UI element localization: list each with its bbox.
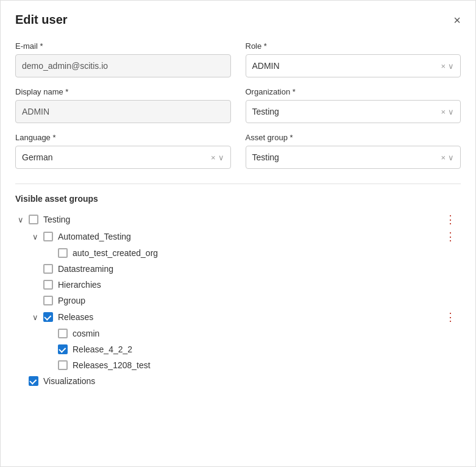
role-value: ADMIN [252, 61, 441, 71]
item-label: Releases [58, 312, 93, 322]
asset-group-clear-icon[interactable]: × [441, 153, 446, 162]
checkbox[interactable] [43, 280, 53, 290]
item-label: Testing [43, 215, 70, 224]
form-grid: E-mail * Role * ADMIN × ∨ Display name *… [15, 41, 461, 169]
chevron-down-icon[interactable]: ∨ [15, 214, 26, 225]
list-item: auto_test_created_org [15, 245, 461, 261]
visible-asset-groups-section: Visible asset groups ∨Testing⋮∨Automated… [15, 194, 461, 389]
list-item: ∨Automated_Testing⋮ [15, 228, 461, 245]
section-divider [15, 184, 461, 184]
checkbox[interactable] [43, 264, 53, 274]
language-value: German [22, 152, 211, 162]
more-options-icon[interactable]: ⋮ [442, 310, 458, 324]
checkbox[interactable] [29, 376, 38, 386]
organization-clear-icon[interactable]: × [441, 107, 446, 116]
email-field[interactable] [15, 54, 231, 77]
close-button[interactable]: × [453, 14, 461, 26]
item-label: auto_test_created_org [73, 248, 158, 258]
display-name-field[interactable] [15, 100, 231, 123]
list-item: Visualizations [15, 373, 461, 389]
list-item: Pgroup [15, 293, 461, 308]
asset-group-select[interactable]: Testing × ∨ [246, 146, 461, 169]
chevron-down-icon[interactable]: ∨ [30, 312, 41, 323]
role-select[interactable]: ADMIN × ∨ [246, 54, 461, 77]
language-chevron-icon: ∨ [218, 153, 224, 162]
role-clear-icon[interactable]: × [441, 62, 446, 71]
item-label: Hierarchies [58, 280, 101, 290]
edit-user-modal: Edit user × E-mail * Role * ADMIN × ∨ Di… [0, 0, 476, 467]
language-clear-icon[interactable]: × [211, 153, 216, 162]
organization-select[interactable]: Testing × ∨ [246, 100, 461, 123]
asset-groups-tree: ∨Testing⋮∨Automated_Testing⋮auto_test_cr… [15, 211, 461, 389]
organization-label: Organization * [246, 87, 461, 96]
checkbox[interactable] [58, 344, 68, 354]
item-label: Release_4_2_2 [73, 344, 132, 354]
email-group: E-mail * [15, 41, 231, 77]
list-item: cosmin [15, 326, 461, 341]
asset-group-chevron-icon: ∨ [448, 153, 454, 162]
list-item: Datastreaming [15, 261, 461, 277]
organization-chevron-icon: ∨ [448, 107, 454, 116]
asset-group-value: Testing [252, 152, 441, 162]
checkbox[interactable] [43, 312, 53, 322]
checkbox[interactable] [58, 248, 68, 258]
language-group: Language * German × ∨ [15, 133, 231, 169]
checkbox[interactable] [58, 360, 68, 370]
more-options-icon[interactable]: ⋮ [442, 230, 458, 243]
checkbox[interactable] [43, 296, 53, 305]
role-group: Role * ADMIN × ∨ [246, 41, 461, 77]
checkbox[interactable] [58, 329, 68, 338]
asset-group-group: Asset group * Testing × ∨ [246, 133, 461, 169]
modal-header: Edit user × [15, 13, 461, 27]
list-item: ∨Releases⋮ [15, 308, 461, 326]
checkbox[interactable] [29, 215, 38, 224]
item-label: Visualizations [43, 376, 95, 386]
item-label: cosmin [73, 329, 99, 338]
language-label: Language * [15, 133, 231, 142]
list-item: Release_4_2_2 [15, 341, 461, 357]
list-item: Hierarchies [15, 277, 461, 293]
item-label: Automated_Testing [58, 232, 131, 241]
more-options-icon[interactable]: ⋮ [442, 213, 458, 226]
visible-asset-groups-title: Visible asset groups [15, 194, 461, 204]
list-item: ∨Testing⋮ [15, 211, 461, 228]
role-label: Role * [246, 41, 461, 51]
organization-group: Organization * Testing × ∨ [246, 87, 461, 123]
list-item: Releases_1208_test [15, 357, 461, 373]
item-label: Datastreaming [58, 264, 113, 274]
organization-value: Testing [252, 107, 441, 116]
chevron-down-icon[interactable]: ∨ [30, 231, 41, 242]
role-chevron-icon: ∨ [448, 62, 454, 71]
language-select[interactable]: German × ∨ [15, 146, 231, 169]
asset-group-label: Asset group * [246, 133, 461, 142]
checkbox[interactable] [43, 232, 53, 241]
item-label: Pgroup [58, 296, 85, 305]
item-label: Releases_1208_test [73, 360, 151, 370]
email-label: E-mail * [15, 41, 231, 51]
display-name-group: Display name * [15, 87, 231, 123]
display-name-label: Display name * [15, 87, 231, 96]
modal-title: Edit user [15, 13, 68, 27]
